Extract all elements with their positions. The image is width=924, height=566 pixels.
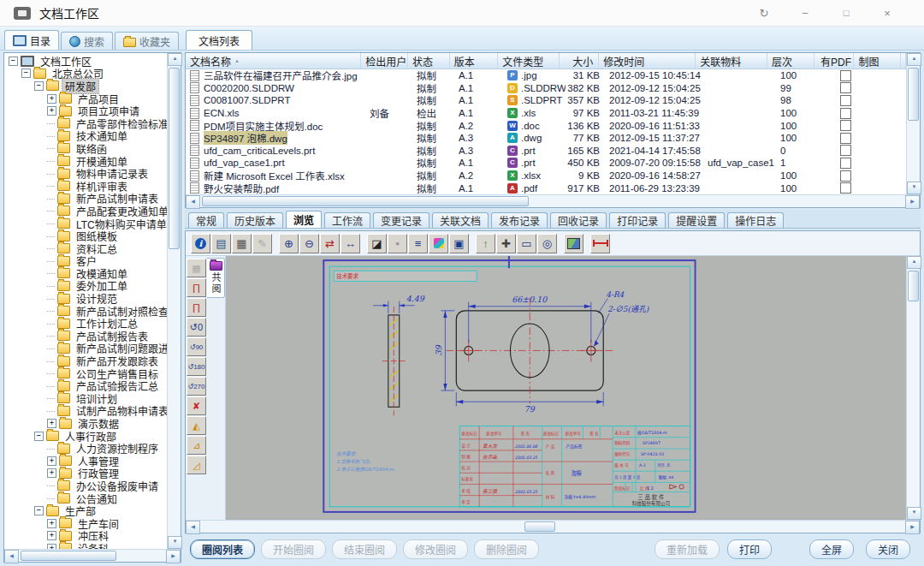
expand-icon[interactable]: +: [47, 468, 56, 478]
tree-item[interactable]: 公司生产销售目标: [6, 367, 167, 380]
home-icon[interactable]: ↑: [476, 234, 495, 253]
detail-tab-8[interactable]: 回收记录: [550, 212, 607, 228]
pdf-checkbox[interactable]: [840, 158, 851, 169]
scrollbar-thumb[interactable]: [908, 271, 919, 301]
tree-item[interactable]: 设计规范: [6, 292, 167, 305]
rotate-0-icon[interactable]: ↺0: [187, 318, 206, 337]
detail-tab-6[interactable]: 关联文档: [432, 212, 489, 228]
scrollbar-thumb[interactable]: [524, 521, 555, 532]
table-vertical-scrollbar[interactable]: ▲ ▼: [906, 53, 920, 194]
collapse-icon[interactable]: −: [9, 57, 18, 66]
zoom-window-icon[interactable]: ▭: [517, 234, 536, 253]
tree-item[interactable]: −北京总公司: [6, 68, 167, 80]
table-horizontal-scrollbar[interactable]: ◀ ▶: [186, 194, 920, 207]
pdf-checkbox[interactable]: [840, 182, 851, 194]
column-header[interactable]: 状态: [408, 53, 450, 69]
圈阅列表-button[interactable]: 圈阅列表: [190, 539, 255, 559]
打印-button[interactable]: 打印: [727, 539, 772, 559]
scroll-left-icon[interactable]: ◀: [186, 521, 200, 534]
tree-horizontal-scrollbar[interactable]: ◀ ▶: [4, 549, 181, 562]
colors-icon[interactable]: [429, 234, 448, 253]
tree-item[interactable]: 开模通知单: [6, 155, 167, 168]
scroll-right-icon[interactable]: ▶: [166, 550, 181, 563]
tree-item[interactable]: 客户: [6, 255, 167, 268]
detail-tab-7[interactable]: 发布记录: [491, 212, 548, 228]
tree-item[interactable]: 人力资源控制程序: [6, 442, 167, 455]
scroll-left-icon[interactable]: ◀: [4, 550, 19, 563]
scrollbar-thumb[interactable]: [908, 68, 919, 121]
tree-vertical-scrollbar[interactable]: ▲ ▼: [167, 53, 181, 549]
collapse-icon[interactable]: −: [21, 69, 31, 78]
tree-item[interactable]: +设备科: [6, 542, 167, 549]
fit-all-icon[interactable]: ⇄: [320, 234, 340, 253]
table-row[interactable]: 野火安装帮助.pdf拟制A.1A.pdf917 KB2011-06-29 13:…: [186, 182, 906, 194]
table-row[interactable]: ufd_vap_case1.prt拟制A.1C.prt450 KB2009-07…: [186, 157, 906, 170]
column-header[interactable]: 制图: [854, 53, 901, 69]
tree-item[interactable]: +行政管理: [6, 468, 167, 480]
table-row[interactable]: PDM项目实施主体规划.doc拟制A.2W.doc136 KB2020-09-1…: [186, 119, 906, 132]
info-icon[interactable]: i: [191, 234, 210, 253]
detail-tab-11[interactable]: 操作日志: [727, 212, 784, 228]
关闭-button[interactable]: 关闭: [866, 539, 910, 559]
table-row[interactable]: C0081007.SLDPRT拟制A.1S.SLDPRT357 KB2012-0…: [186, 94, 906, 107]
scroll-left-icon[interactable]: ◀: [186, 195, 200, 209]
tab-document-list[interactable]: 文档列表: [186, 30, 252, 50]
table-row[interactable]: 新建 Microsoft Excel 工作表.xlsx拟制A.2X.xlsx9 …: [186, 170, 906, 182]
tree-item[interactable]: −文档工作区: [6, 55, 167, 68]
pdf-checkbox[interactable]: [840, 82, 851, 93]
tree-item[interactable]: 样机评审表: [6, 180, 167, 193]
expand-icon[interactable]: +: [47, 519, 56, 528]
tree-item[interactable]: 培训计划: [6, 392, 167, 405]
scroll-up-icon[interactable]: ▲: [907, 53, 921, 66]
scrollbar-thumb[interactable]: [169, 68, 180, 249]
tree-item[interactable]: 产品试制报告表: [6, 330, 167, 343]
tree-item[interactable]: 产品零部件检验标准: [6, 117, 167, 130]
tree-item[interactable]: 新产品试制申请表: [6, 193, 167, 206]
shade-icon[interactable]: ▪: [388, 234, 407, 253]
scroll-right-icon[interactable]: ▶: [905, 195, 920, 209]
zoom-out-icon[interactable]: ⊖: [299, 234, 319, 253]
column-header[interactable]: 层次: [767, 53, 814, 69]
scroll-up-icon[interactable]: ▲: [907, 256, 921, 269]
tree-item[interactable]: 图纸模板: [6, 229, 167, 242]
expand-icon[interactable]: +: [47, 419, 56, 428]
pdf-checkbox[interactable]: [840, 70, 851, 81]
expand-icon[interactable]: +: [47, 531, 56, 540]
pdf-checkbox[interactable]: [840, 95, 851, 106]
tree-item[interactable]: 新产品试制对照检查表: [6, 305, 167, 318]
rotate-180-icon[interactable]: ↺180: [187, 357, 206, 376]
column-header[interactable]: 版本: [450, 53, 499, 69]
flip-h-icon[interactable]: ⊿: [187, 436, 206, 455]
tree-item[interactable]: 工作计划汇总: [6, 317, 167, 330]
edit-icon[interactable]: ✎: [252, 234, 272, 253]
column-header[interactable]: 修改时间: [599, 53, 696, 69]
table-row[interactable]: SP34897 泡棉.dwg拟制A.3A.dwg77 KB2012-09-15 …: [186, 132, 906, 145]
tree-item[interactable]: +人事管理: [6, 455, 167, 468]
tree-item[interactable]: −人事行政部: [6, 430, 167, 443]
viewer-horizontal-scrollbar[interactable]: ◀ ▶: [186, 520, 920, 533]
expand-icon[interactable]: +: [47, 94, 56, 104]
pdf-checkbox[interactable]: [840, 108, 851, 119]
layers-icon[interactable]: ≡: [408, 234, 428, 253]
nav-tab-favorites[interactable]: 收藏夹: [115, 32, 179, 50]
window-icon[interactable]: ▣: [449, 234, 469, 253]
close-icon[interactable]: ×: [881, 7, 893, 20]
tree-item[interactable]: −生产部: [6, 504, 167, 517]
detail-tab-9[interactable]: 打印记录: [609, 212, 666, 228]
rotate-90-icon[interactable]: ↺90: [187, 337, 206, 356]
tree-item[interactable]: +产品项目: [6, 92, 167, 105]
tree-item[interactable]: +冲压科: [6, 530, 167, 543]
scrollbar-thumb[interactable]: [202, 196, 529, 206]
minimize-icon[interactable]: −: [799, 7, 811, 20]
detail-tab-3[interactable]: 浏览: [286, 211, 322, 228]
tree-item[interactable]: 产品配套更改通知单: [6, 205, 167, 217]
detail-tab-4[interactable]: 工作流: [324, 212, 370, 228]
tree-item[interactable]: 试制产品物料申请表: [6, 405, 167, 418]
pdf-checkbox[interactable]: [840, 145, 851, 156]
print-icon[interactable]: ▦: [232, 234, 252, 253]
scroll-down-icon[interactable]: ▼: [168, 536, 182, 549]
markup-list-icon[interactable]: ∏: [187, 278, 206, 297]
nav-tab-search[interactable]: 搜索: [61, 32, 113, 50]
collapse-icon[interactable]: −: [34, 81, 44, 91]
pdf-checkbox[interactable]: [840, 170, 851, 182]
